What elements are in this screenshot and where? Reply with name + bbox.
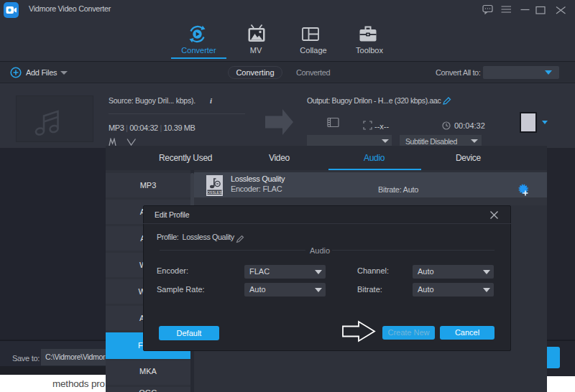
svg-text:LOSSLESS: LOSSLESS	[206, 190, 223, 195]
